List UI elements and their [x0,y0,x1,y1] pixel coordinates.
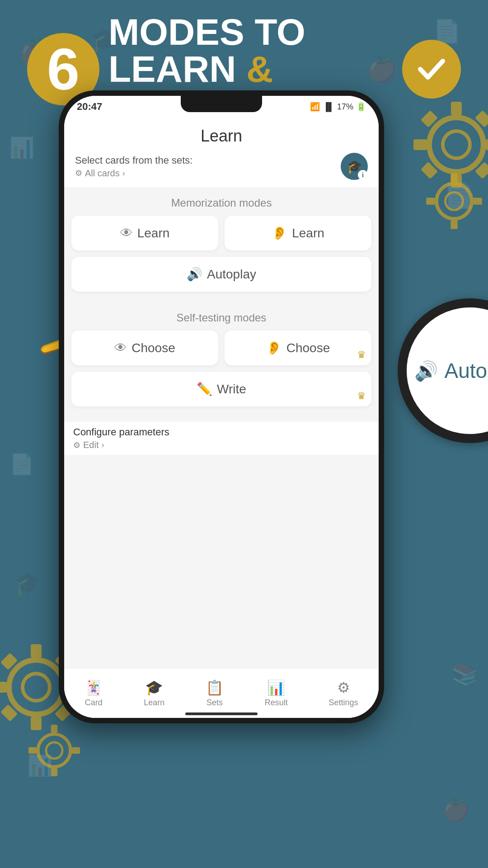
svg-rect-31 [72,747,80,754]
number-six: 6 [47,40,80,99]
home-indicator [185,712,258,715]
choose-audio-label: Choose [286,341,330,355]
phone-notch [181,96,262,112]
gear-decoration-right-mid [425,172,483,231]
svg-rect-4 [413,139,427,150]
svg-point-11 [446,193,463,210]
svg-point-26 [38,734,70,767]
battery-icon: 🔋 [356,102,366,112]
svg-point-16 [9,660,63,714]
memorization-buttons-row: 👁 Learn 👂 Learn [71,216,371,250]
bottom-navigation: 🃏 Card 🎓 Learn 📋 Sets 📊 Result ⚙ S [64,668,379,718]
nav-result-icon: 📊 [267,679,285,696]
nav-card-icon: 🃏 [84,679,103,696]
choose-visual-label: Choose [131,341,175,355]
self-testing-section: Self-testing modes 👁 Choose 👂 Choose ♛ ✏… [64,302,379,417]
info-badge: i [358,170,368,180]
nav-result-label: Result [265,698,288,708]
battery-text: 17% [337,102,353,112]
config-chevron-icon: › [101,440,104,450]
nav-learn-icon: 🎓 [145,679,163,696]
bg-deco-doc: 📄 [9,452,34,476]
phone-frame: 20:47 📶 ▐▌ 17% 🔋 Learn Select cards from… [59,90,384,723]
info-button[interactable]: 🎓 i [341,153,368,180]
svg-rect-28 [51,725,57,733]
svg-rect-15 [473,198,482,205]
bg-deco-apple3: 🍎 [442,797,470,823]
nav-item-result[interactable]: 📊 Result [265,679,288,708]
autoplay-button[interactable]: 🔊 Autoplay [71,257,371,292]
nav-item-settings[interactable]: ⚙ Settings [329,679,358,708]
learn-visual-label: Learn [137,226,170,241]
svg-rect-29 [51,768,57,776]
status-time: 20:47 [77,101,102,113]
checkmark-icon [413,51,450,87]
modes-to-text: MODES TO [108,14,393,51]
phone-screen: 20:47 📶 ▐▌ 17% 🔋 Learn Select cards from… [64,96,379,718]
all-cards-text: All cards [85,168,120,179]
wifi-icon: 📶 [310,102,320,112]
nav-settings-icon: ⚙ [337,679,350,696]
svg-rect-5 [486,139,488,150]
nav-settings-label: Settings [329,698,358,708]
speaker-icon: 🔊 [187,267,202,282]
learn-text: LEARN [108,48,236,90]
bg-deco-mortarboard2: 🎓 [14,571,42,597]
mag-autoplay-text: Autoplay [444,359,488,383]
nav-sets-icon: 📋 [206,679,224,696]
ampersand: & [246,48,273,90]
app-header: Learn Select cards from the sets: ⚙ All … [64,118,379,188]
config-title: Configure parameters [73,426,370,438]
app-content: Learn Select cards from the sets: ⚙ All … [64,118,379,718]
choose-visual-button[interactable]: 👁 Choose [71,330,218,365]
learn-audio-button[interactable]: 👂 Learn [225,216,371,250]
svg-point-1 [443,131,470,158]
gear-decoration-left-bottom2 [27,723,81,778]
config-gear-icon: ⚙ [73,440,80,450]
svg-rect-14 [426,198,435,205]
svg-rect-13 [450,220,458,229]
svg-rect-12 [450,173,458,182]
svg-rect-18 [31,644,42,658]
signal-icon: ▐▌ [323,102,334,112]
gear-small-icon: ⚙ [75,168,82,178]
bg-deco-book: 📚 [451,661,479,687]
autoplay-label: Autoplay [207,267,256,282]
learn-visual-button[interactable]: 👁 Learn [71,216,218,250]
nav-item-card[interactable]: 🃏 Card [84,679,103,708]
bg-deco-chart: 📊 [9,136,34,160]
ear-choose-icon: 👂 [266,340,282,355]
config-edit-label: Edit [83,440,99,450]
memorization-section-title: Memorization modes [71,197,371,209]
app-title: Learn [75,127,368,146]
chevron-right-icon: › [122,169,125,178]
choose-audio-button[interactable]: 👂 Choose ♛ [225,330,371,365]
self-testing-section-title: Self-testing modes [71,311,371,324]
card-selector[interactable]: Select cards from the sets: ⚙ All cards … [75,153,368,180]
mag-speaker-icon: 🔊 [414,360,438,382]
nav-item-sets[interactable]: 📋 Sets [206,679,224,708]
pen-icon: ✏️ [197,382,212,396]
svg-point-27 [46,742,62,759]
svg-point-0 [429,118,483,172]
magnifier-content: 🔊 Autoplay [414,359,488,383]
eye-choose-icon: 👁 [114,340,127,355]
svg-rect-30 [28,747,37,754]
checkmark-circle [402,40,461,99]
memorization-section: Memorization modes 👁 Learn 👂 Learn 🔊 Aut… [64,188,379,302]
select-cards-label: Select cards from the sets: [75,155,192,166]
nav-sets-label: Sets [206,698,223,708]
svg-point-10 [436,184,472,219]
all-cards-row[interactable]: ⚙ All cards › [75,168,192,179]
status-icons: 📶 ▐▌ 17% 🔋 [310,102,366,112]
eye-icon: 👁 [120,226,133,241]
config-section: Configure parameters ⚙ Edit › [64,422,379,455]
write-button[interactable]: ✏️ Write ♛ [71,372,371,406]
svg-rect-20 [0,682,7,693]
card-selector-left: Select cards from the sets: ⚙ All cards … [75,155,192,179]
config-edit-row[interactable]: ⚙ Edit › [73,440,370,450]
crown-icon-choose: ♛ [357,349,366,361]
nav-item-learn[interactable]: 🎓 Learn [144,679,164,708]
crown-icon-write: ♛ [357,390,366,402]
write-label: Write [217,382,246,396]
